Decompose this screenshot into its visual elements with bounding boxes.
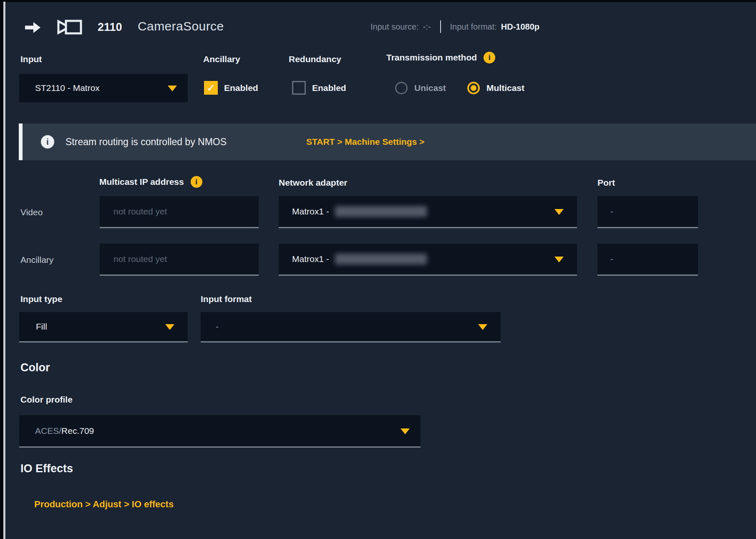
chevron-down-icon [165, 324, 174, 330]
color-profile-value: Rec.709 [61, 426, 94, 436]
arrow-right-icon [25, 22, 41, 33]
input-source-value: -:- [423, 22, 431, 32]
multicast-radio-group: Multicast [467, 82, 524, 94]
unicast-radio-label: Unicast [414, 83, 446, 93]
nmos-banner: i Stream routing is controlled by NMOS S… [19, 123, 756, 160]
multicast-ip-header: Multicast IP address i [99, 176, 202, 188]
ancillary-checkbox-group: Enabled [204, 81, 258, 95]
input-select[interactable]: ST2110 - Matrox [19, 74, 188, 102]
multicast-radio-label: Multicast [486, 83, 524, 93]
ancillary-port-field[interactable]: - [597, 244, 698, 276]
banner-accent-bar [19, 123, 23, 160]
video-multicast-ip-input[interactable] [100, 196, 259, 228]
multicast-ip-header-label: Multicast IP address [99, 177, 184, 187]
chevron-down-icon [478, 324, 487, 330]
color-profile-prefix: ACES/ [35, 426, 61, 436]
ancillary-network-adapter-value: Matrox1 - [292, 254, 329, 264]
redacted-ip-blur [335, 254, 427, 264]
unicast-radio[interactable] [395, 82, 408, 94]
unicast-radio-group: Unicast [395, 82, 446, 94]
input-label: Input [20, 54, 42, 64]
banner-message: Stream routing is controlled by NMOS [66, 136, 227, 148]
redundancy-checkbox[interactable] [292, 81, 306, 95]
ancillary-checkbox[interactable] [204, 81, 218, 95]
input-format-select[interactable]: - [201, 312, 501, 343]
redundancy-checkbox-group: Enabled [292, 81, 346, 95]
info-icon: i [41, 135, 54, 149]
video-port-field[interactable]: - [597, 196, 698, 228]
input-format-value: - [216, 322, 219, 332]
transmission-method-header: Transmission method i [386, 52, 495, 63]
input-type-select[interactable]: Fill [19, 312, 188, 343]
redundancy-checkbox-label: Enabled [312, 83, 346, 93]
redacted-ip-blur [335, 206, 427, 217]
header-status-bar: Input source: -:- Input format: HD-1080p [370, 20, 539, 33]
io-effects-heading: IO Effects [20, 462, 73, 475]
video-camera-icon [57, 19, 83, 35]
color-profile-select[interactable]: ACES/ Rec.709 [19, 415, 421, 448]
input-format-label: Input format: [450, 22, 497, 32]
io-effects-link[interactable]: Production > Adjust > IO effects [34, 499, 174, 510]
input-source-label: Input source: [370, 22, 419, 32]
video-network-adapter-value: Matrox1 - [292, 207, 329, 217]
stream-type-badge: 2110 [98, 21, 122, 34]
ancillary-row-label: Ancillary [20, 244, 53, 276]
input-format-label: Input format [201, 294, 252, 304]
chevron-down-icon [554, 257, 564, 262]
ancillary-label: Ancillary [203, 54, 240, 64]
video-port-value: - [610, 207, 613, 217]
input-select-value: ST2110 - Matrox [35, 83, 100, 93]
machine-settings-link[interactable]: START > Machine Settings > [306, 137, 424, 147]
multicast-radio[interactable] [467, 82, 480, 94]
info-icon[interactable]: i [191, 176, 202, 188]
page-title: CameraSource [138, 19, 224, 33]
input-format-value: HD-1080p [501, 22, 539, 32]
video-network-adapter-select[interactable]: Matrox1 - [279, 196, 577, 228]
network-adapter-header: Network adapter [279, 178, 348, 188]
ancillary-network-adapter-select[interactable]: Matrox1 - [279, 244, 577, 276]
ancillary-checkbox-label: Enabled [224, 83, 258, 93]
vertical-divider [440, 20, 441, 33]
color-section-heading: Color [20, 361, 50, 374]
input-type-label: Input type [20, 294, 62, 304]
ancillary-port-value: - [610, 254, 613, 264]
port-header: Port [597, 178, 615, 188]
color-profile-label: Color profile [20, 395, 73, 405]
chevron-down-icon [401, 428, 410, 434]
info-icon[interactable]: i [484, 52, 495, 63]
redundancy-label: Redundancy [289, 54, 341, 64]
chevron-down-icon [554, 209, 564, 215]
input-type-value: Fill [36, 322, 47, 332]
transmission-method-label: Transmission method [386, 53, 477, 63]
camera-source-panel: 2110 CameraSource Input source: -:- Inpu… [0, 0, 756, 539]
ancillary-multicast-ip-input[interactable] [100, 244, 259, 276]
video-row-label: Video [20, 196, 43, 228]
chevron-down-icon [168, 86, 177, 91]
